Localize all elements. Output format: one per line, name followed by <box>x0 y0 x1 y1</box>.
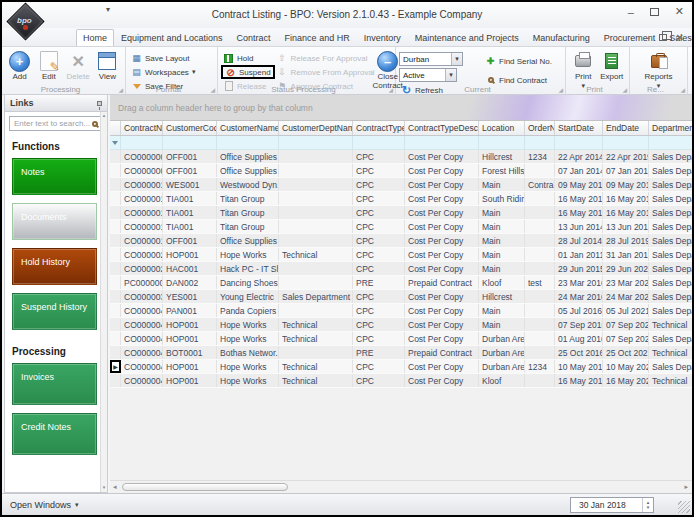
close-icon[interactable]: ✕ <box>675 5 684 18</box>
grid-cell-customername[interactable]: Dancing Shoes <box>217 276 279 289</box>
table-row[interactable]: CO0000031YES001Young ElectricSales Depar… <box>110 290 692 304</box>
grid-cell-orderno[interactable] <box>525 332 555 345</box>
grid-cell-customercode[interactable]: TIA001 <box>163 192 217 205</box>
column-header-customername[interactable]: CustomerName <box>217 121 279 135</box>
hold-button[interactable]: Hold <box>221 52 275 64</box>
grid-cell-orderno[interactable] <box>525 290 555 303</box>
table-row[interactable]: CO0000019OFF001Office Supplies ...CPCCos… <box>110 234 692 248</box>
table-row[interactable]: CO0000043HOP001Hope WorksTechnicalCPCCos… <box>110 332 692 346</box>
function-button-documents[interactable]: Documents <box>12 203 97 240</box>
grid-cell-contractno[interactable]: CO0000007 <box>121 164 163 177</box>
grid-cell-contracttypedesc[interactable]: Cost Per Copy <box>405 206 479 219</box>
grid-cell-location[interactable]: Main <box>479 262 525 275</box>
grid-cell-orderno[interactable] <box>525 164 555 177</box>
grid-cell-customername[interactable]: Titan Group <box>217 206 279 219</box>
grid-cell-department[interactable]: Sales Department <box>649 220 692 233</box>
grid-cell-orderno[interactable] <box>525 234 555 247</box>
grid-cell-startdate[interactable]: 25 Oct 2016 <box>555 346 603 359</box>
grid-cell-location[interactable]: Main <box>479 234 525 247</box>
table-row[interactable]: CO0000020HOP001Hope WorksTechnicalCPCCos… <box>110 248 692 262</box>
column-header-enddate[interactable]: EndDate <box>603 121 649 135</box>
grid-cell-customerdeptname[interactable] <box>279 192 353 205</box>
grid-cell-contractno[interactable]: CO0000031 <box>121 290 163 303</box>
grid-cell-location[interactable]: Kloof <box>479 276 525 289</box>
column-header-location[interactable]: Location <box>479 121 525 135</box>
grid-cell-customercode[interactable]: HOP001 <box>163 318 217 331</box>
edit-button[interactable]: Edit <box>34 49 63 81</box>
grid-cell-enddate[interactable]: 24 Mar 2021 <box>603 290 649 303</box>
grid-cell-orderno[interactable] <box>525 318 555 331</box>
grid-cell-contractno[interactable]: CO0000042 <box>121 318 163 331</box>
grid-cell-customername[interactable]: Hope Works <box>217 248 279 261</box>
grid-cell-customerdeptname[interactable]: Technical <box>279 360 353 373</box>
grid-cell-orderno[interactable] <box>525 206 555 219</box>
grid-cell-customername[interactable]: Panda Copiers <box>217 304 279 317</box>
grid-cell-customername[interactable]: Hope Works <box>217 360 279 373</box>
grid-cell-location[interactable]: Main <box>479 178 525 191</box>
dialog-launcher-icon[interactable]: ◢ <box>558 86 563 93</box>
status-select[interactable]: Active ▾ <box>399 68 457 82</box>
grid-cell-contractno[interactable]: CO0000020 <box>121 248 163 261</box>
table-row[interactable]: CO0000007OFF001Office Supplies ...CPCCos… <box>110 164 692 178</box>
grid-cell-contractno[interactable]: CO0000044 <box>121 346 163 359</box>
scroll-down-icon[interactable]: ▾ <box>101 484 107 491</box>
grid-cell-contracttypedesc[interactable]: Cost Per Copy <box>405 332 479 345</box>
grid-cell-customerdeptname[interactable]: Technical <box>279 318 353 331</box>
grid-cell-location[interactable]: South Ridin... <box>479 192 525 205</box>
grid-cell-enddate[interactable]: 16 May 2022 <box>603 374 649 387</box>
grid-cell-customerdeptname[interactable]: Sales Department <box>279 290 353 303</box>
grid-cell-enddate[interactable]: 25 Oct 2021 <box>603 346 649 359</box>
dialog-launcher-icon[interactable]: ◢ <box>680 86 685 93</box>
grid-cell-customerdeptname[interactable] <box>279 234 353 247</box>
table-row[interactable]: CO0000016TIA001Titan GroupCPCCost Per Co… <box>110 220 692 234</box>
grid-cell-department[interactable]: Sales Department <box>649 262 692 275</box>
grid-cell-customername[interactable]: Office Supplies ... <box>217 234 279 247</box>
grid-cell-location[interactable]: Main <box>479 206 525 219</box>
grid-cell-startdate[interactable]: 28 Jul 2014 <box>555 234 603 247</box>
grid-cell-startdate[interactable]: 22 Apr 2014 <box>555 150 603 163</box>
column-header-customerdeptname[interactable]: CustomerDeptName <box>279 121 353 135</box>
tab-maintenance-and-projects[interactable]: Maintenance and Projects <box>408 29 526 46</box>
filter-cell-orderno[interactable] <box>525 136 555 149</box>
filter-cell-department[interactable] <box>649 136 692 149</box>
grid-cell-customername[interactable]: Hope Works <box>217 318 279 331</box>
minimize-icon[interactable]: – <box>628 6 634 18</box>
grid-cell-customerdeptname[interactable] <box>279 276 353 289</box>
function-button-suspend-history[interactable]: Suspend History <box>12 293 97 330</box>
grid-cell-enddate[interactable]: 29 Jun 2020 <box>603 262 649 275</box>
grid-cell-contracttype[interactable]: CPC <box>353 192 405 205</box>
grid-cell-department[interactable]: Sales Department <box>649 304 692 317</box>
tab-contract[interactable]: Contract <box>230 29 278 46</box>
scrollbar-thumb[interactable] <box>122 483 288 491</box>
grid-cell-startdate[interactable]: 07 Sep 2016 <box>555 318 603 331</box>
grid-cell-location[interactable]: Durban Area <box>479 332 525 345</box>
grid-cell-enddate[interactable]: 07 Sep 2021 <box>603 332 649 345</box>
delete-button[interactable]: ✕ Delete <box>64 49 93 81</box>
grid-cell-location[interactable]: Main <box>479 304 525 317</box>
grid-cell-enddate[interactable]: 22 Apr 2019 <box>603 150 649 163</box>
grid-cell-customercode[interactable]: DAN002 <box>163 276 217 289</box>
grid-cell-startdate[interactable]: 16 May 2014 <box>555 192 603 205</box>
grid-cell-contracttype[interactable]: PRE <box>353 276 405 289</box>
grid-cell-contractno[interactable]: CO0000045 <box>121 360 163 373</box>
reports-button[interactable]: Reports ▾ <box>641 49 677 90</box>
table-row[interactable]: CO0000044BOT0001Bothas Networ...PREPrepa… <box>110 346 692 360</box>
grid-cell-location[interactable]: Kloof <box>479 374 525 387</box>
scroll-up-icon[interactable]: ▴ <box>103 112 106 118</box>
grid-cell-contractno[interactable]: CO0000043 <box>121 332 163 345</box>
column-header-contracttype[interactable]: ContractType <box>353 121 405 135</box>
grid-cell-enddate[interactable]: 31 Jan 2016 <box>603 248 649 261</box>
grid-cell-customercode[interactable]: PAN001 <box>163 304 217 317</box>
workspaces-button[interactable]: ▤ Workspaces ▾ <box>129 66 214 78</box>
grid-cell-location[interactable]: Main <box>479 220 525 233</box>
grid-cell-contracttypedesc[interactable]: Cost Per Copy <box>405 304 479 317</box>
column-header-customercode[interactable]: CustomerCode <box>163 121 217 135</box>
grid-cell-department[interactable]: Sales Department <box>649 164 692 177</box>
grid-cell-enddate[interactable]: 28 Jul 2019 <box>603 234 649 247</box>
grid-cell-department[interactable]: Technical <box>649 346 692 359</box>
save-layout-button[interactable]: ▦ Save Layout <box>129 52 214 64</box>
table-row[interactable]: CO0000006OFF001Office Supplies ...CPCCos… <box>110 150 692 164</box>
filter-cell-contracttype[interactable] <box>353 136 405 149</box>
grid-cell-orderno[interactable] <box>525 304 555 317</box>
grid-cell-enddate[interactable]: 10 May 2022 <box>603 360 649 373</box>
